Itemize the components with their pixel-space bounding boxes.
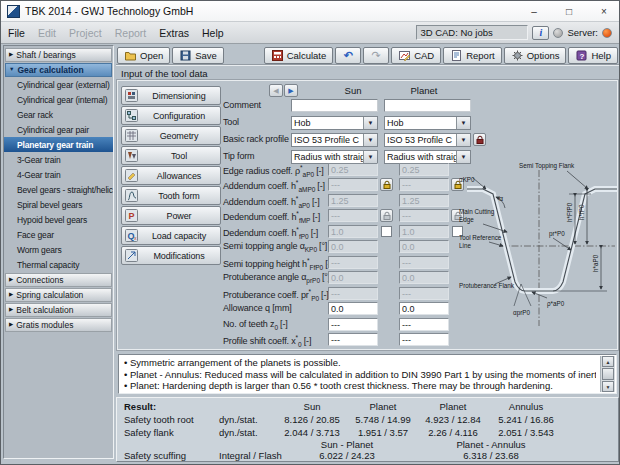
undo-button[interactable]: ↶ xyxy=(335,47,361,64)
sidebar-section-gratis-modules[interactable]: ▶Gratis modules xyxy=(5,318,112,332)
sidebar-item-cylindrical-gear-external[interactable]: Cylindrical gear (external) xyxy=(4,77,113,92)
save-button[interactable]: Save xyxy=(172,47,224,64)
sidebar-item-cylindrical-gear-pair[interactable]: Cylindrical gear pair xyxy=(4,122,113,137)
dedendum-checkbox-sun[interactable] xyxy=(381,226,392,237)
result-row-scuffing: Safety scuffing Integral / Flash 6.022 /… xyxy=(124,449,612,461)
chevron-down-icon[interactable]: ▼ xyxy=(363,151,377,163)
protuberance-coeff-field-planet: --- xyxy=(399,287,449,300)
result-col-sun: Sun xyxy=(276,401,348,412)
rack-profile-select-planet[interactable]: ISO 53 Profile C▼ xyxy=(384,133,471,147)
info-button[interactable]: i xyxy=(532,26,549,40)
menu-help[interactable]: Help xyxy=(202,27,224,39)
diagram-label-pr-p0: pr*P0 xyxy=(549,230,565,238)
svg-text:Line: Line xyxy=(459,242,471,249)
sidebar-item-face-gear[interactable]: Face gear xyxy=(4,227,113,242)
report-button[interactable]: Report xyxy=(443,47,502,64)
sidebar-item-3-gear-train[interactable]: 3-Gear train xyxy=(4,152,113,167)
comment-input-planet[interactable] xyxy=(384,99,471,112)
minimize-icon[interactable]: – xyxy=(519,2,549,21)
sidebar-item-thermal-capacity[interactable]: Thermal capacity xyxy=(4,257,113,272)
calculate-button[interactable]: Calculate xyxy=(264,47,334,64)
scrollbar-thumb[interactable] xyxy=(602,368,614,380)
teeth-count-field-planet[interactable]: --- xyxy=(399,318,449,331)
server-led xyxy=(602,28,612,38)
app-icon xyxy=(7,5,20,18)
result-row-tooth-root: Safety tooth root dyn./stat. 8.126 / 20.… xyxy=(124,413,612,425)
svg-text:Edge: Edge xyxy=(459,216,474,224)
main-toolbar: Open Save Calculate ↶ ↷ CAD Report Optio… xyxy=(117,46,618,64)
message-line: • Planet - Annulus: Reduced mass will be… xyxy=(124,369,596,381)
sidebar-item-bevel-gears[interactable]: Bevel gears - straight/helical xyxy=(4,182,113,197)
sidebar-item-hypoid-bevel-gears[interactable]: Hypoid bevel gears xyxy=(4,212,113,227)
sidebar-item-cylindrical-gear-internal[interactable]: Cylindrical gear (internal) xyxy=(4,92,113,107)
sidebar-section-connections[interactable]: ▶Connections xyxy=(5,273,112,287)
open-folder-icon xyxy=(124,49,137,62)
maximize-icon[interactable]: □ xyxy=(554,2,584,21)
collapsed-triangle-icon: ▶ xyxy=(9,52,13,58)
help-button[interactable]: ? Help xyxy=(568,47,618,64)
open-button[interactable]: Open xyxy=(117,47,170,64)
protuberance-angle-field-sun: 0.0 xyxy=(328,271,378,284)
cad-chart-icon xyxy=(398,49,411,62)
next-gear-button[interactable]: ▶ xyxy=(284,84,298,97)
collapsed-triangle-icon: ▶ xyxy=(9,292,13,298)
sidebar-section-belt-calculation[interactable]: ▶Belt calculation xyxy=(5,303,112,317)
tool-select-planet[interactable]: Hob▼ xyxy=(384,116,471,130)
expanded-triangle-icon: ▼ xyxy=(9,67,14,73)
options-button[interactable]: Options xyxy=(504,47,567,64)
profile-shift-field-planet[interactable]: --- xyxy=(399,333,449,346)
comment-input-sun[interactable] xyxy=(291,99,378,112)
sidebar-item-gear-rack[interactable]: Gear rack xyxy=(4,107,113,122)
column-header-row: ◀ ▶ Sun Planet xyxy=(117,85,618,100)
scroll-down-icon: ▼ xyxy=(606,384,611,390)
title-bar: TBK 2014 - GWJ Technology GmbH – □ × xyxy=(1,1,619,22)
profile-shift-field-sun[interactable]: --- xyxy=(328,333,378,346)
sidebar-item-worm-gears[interactable]: Worm gears xyxy=(4,242,113,257)
chevron-down-icon[interactable]: ▼ xyxy=(363,117,377,129)
lock-icon xyxy=(382,211,392,221)
column-header-planet: Planet xyxy=(387,85,461,96)
menu-extras[interactable]: Extras xyxy=(159,27,189,39)
result-title: Result: xyxy=(124,401,219,412)
column-header-sun: Sun xyxy=(316,85,390,96)
teeth-count-field-sun[interactable]: --- xyxy=(328,318,378,331)
bullet-icon: • xyxy=(124,380,127,391)
tip-form-select-planet[interactable]: Radius with straight...▼ xyxy=(384,150,471,164)
sidebar-section-gear-calculation[interactable]: ▼Gear calculation xyxy=(5,63,112,77)
tool-input-panel: Dimensioning Configuration Geometry Tool… xyxy=(116,79,619,351)
lock-button[interactable] xyxy=(380,178,393,191)
sidebar-item-4-gear-train[interactable]: 4-Gear train xyxy=(4,167,113,182)
collapsed-triangle-icon: ▶ xyxy=(9,307,13,313)
dedendum-fmp-field-planet: --- xyxy=(399,209,449,222)
allowance-field-planet[interactable]: 0.0 xyxy=(399,302,449,315)
app-window: TBK 2014 - GWJ Technology GmbH – □ × Fil… xyxy=(0,0,620,465)
scroll-down-button[interactable]: ▼ xyxy=(602,381,614,392)
allowance-field-sun[interactable]: 0.0 xyxy=(328,302,378,315)
chevron-down-icon[interactable]: ▼ xyxy=(456,117,470,129)
help-book-icon: ? xyxy=(575,49,588,62)
sidebar-section-spring-calculation[interactable]: ▶Spring calculation xyxy=(5,288,112,302)
menu-file[interactable]: File xyxy=(8,27,25,39)
sidebar-item-spiral-bevel-gears[interactable]: Spiral bevel gears xyxy=(4,197,113,212)
redo-button: ↷ xyxy=(363,47,389,64)
rack-profile-select-sun[interactable]: ISO 53 Profile C▼ xyxy=(291,133,378,147)
calculator-icon xyxy=(271,49,284,62)
diagram-label-alpha-kp0: αKP0 xyxy=(459,176,475,183)
svg-text:?: ? xyxy=(580,51,585,60)
diagram-label-protuberance-flank: Protuberance Flank xyxy=(459,282,515,289)
message-scrollbar[interactable]: ▲ ▼ xyxy=(600,356,615,392)
cad-button[interactable]: CAD xyxy=(391,47,441,64)
report-document-icon xyxy=(450,49,463,62)
close-icon[interactable]: × xyxy=(589,2,619,21)
tool-select-sun[interactable]: Hob▼ xyxy=(291,116,378,130)
tip-form-select-sun[interactable]: Radius with straight...▼ xyxy=(291,150,378,164)
sidebar-section-shaft-bearings[interactable]: ▶Shaft / bearings xyxy=(5,48,112,62)
addendum-amp0-field-sun: --- xyxy=(328,178,378,191)
menu-project: Project xyxy=(69,27,102,39)
scroll-up-button[interactable]: ▲ xyxy=(602,356,614,367)
chevron-down-icon[interactable]: ▼ xyxy=(363,134,377,146)
addendum-ap0-field-planet: 1.25 xyxy=(399,194,449,207)
sidebar-item-planetary-gear-train[interactable]: Planetary gear train xyxy=(4,137,113,152)
diagram-label-tool-reference-line: Tool Reference xyxy=(459,234,502,241)
collapsed-triangle-icon: ▶ xyxy=(9,277,13,283)
